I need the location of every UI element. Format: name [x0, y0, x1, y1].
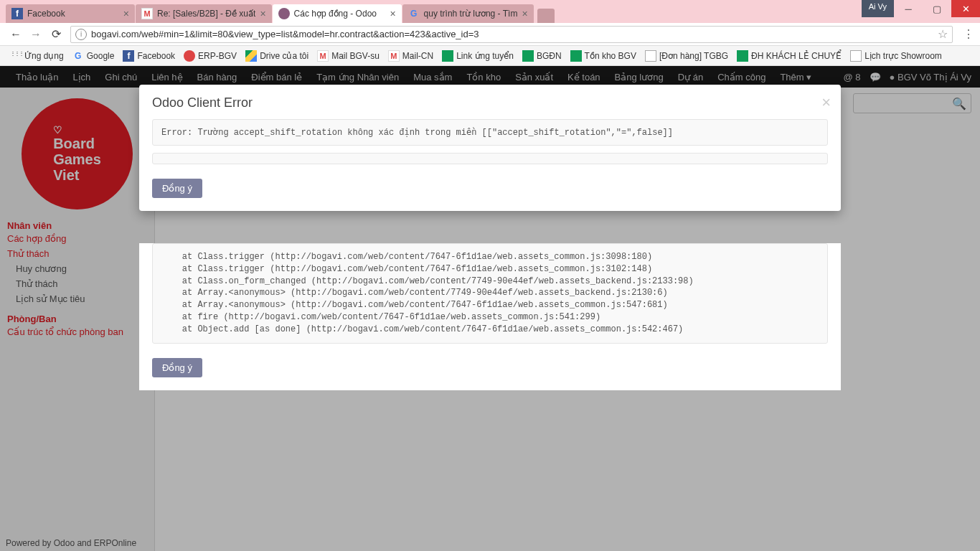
bookmarks-bar: ⋮⋮⋮Ứng dụngGGooglefFacebookERP-BGVDrive … [0, 46, 980, 66]
modal-header: Odoo Client Error × [139, 85, 841, 119]
tab-title: quy trình trừ lương - Tìm [424, 9, 518, 19]
bookmark-label: [Đơn hàng] TGBG [659, 51, 728, 61]
bookmark-item[interactable]: Link ứng tuyển [438, 50, 518, 62]
fb-icon: f [123, 50, 134, 62]
tab-title: Các hợp đồng - Odoo [294, 9, 386, 19]
trace-footer: Đồng ý [152, 344, 828, 377]
bookmark-item[interactable]: MMail-CN [384, 50, 438, 62]
window-controls: Ai Vy ─ ▢ ✕ [862, 0, 980, 17]
tab-close-icon[interactable]: × [260, 8, 265, 19]
bookmark-item[interactable]: MMail BGV-su [313, 50, 384, 62]
sheet-icon [442, 50, 453, 62]
gm-icon: M [317, 50, 329, 62]
reload-button[interactable]: ⟳ [47, 26, 65, 43]
drive-icon [245, 50, 257, 62]
bookmark-label: Ứng dụng [24, 51, 64, 61]
tab-close-icon[interactable]: × [123, 8, 129, 19]
bookmark-label: Mail BGV-su [331, 51, 380, 61]
chrome-user-badge[interactable]: Ai Vy [862, 0, 894, 17]
bookmark-label: ERP-BGV [198, 51, 237, 61]
bookmark-label: Lịch trực Showroom [864, 51, 942, 61]
browser-tab[interactable]: Gquy trình trừ lương - Tìm× [402, 4, 534, 23]
address-bar: ← → ⟳ i bogavi.com/web#min=1&limit=80&vi… [0, 23, 980, 46]
bookmark-label: BGĐN [537, 51, 562, 61]
browser-tab-strip: fFacebook×MRe: [Sales/B2B] - Đề xuất×Các… [0, 0, 980, 23]
forward-button: → [27, 26, 44, 43]
site-info-icon[interactable]: i [75, 29, 87, 40]
agree-button[interactable]: Đồng ý [152, 179, 202, 198]
bookmark-item[interactable]: fFacebook [118, 50, 179, 62]
minimize-button[interactable]: ─ [894, 0, 923, 17]
chrome-menu-icon[interactable]: ⋮ [963, 27, 974, 41]
browser-tab[interactable]: Các hợp đồng - Odoo× [273, 4, 402, 23]
apps-icon: ⋮⋮⋮ [10, 50, 22, 62]
odoo-icon [278, 8, 290, 19]
bookmark-item[interactable]: ⋮⋮⋮Ứng dụng [6, 50, 68, 62]
stack-trace-text: at Class.trigger (http://bogavi.com/web/… [152, 243, 828, 344]
bookmark-item[interactable]: Lịch trực Showroom [846, 50, 946, 62]
stack-trace-panel: at Class.trigger (http://bogavi.com/web/… [139, 243, 841, 390]
gm-icon: M [388, 50, 400, 62]
tab-title: Re: [Sales/B2B] - Đề xuất [157, 9, 255, 19]
browser-tab[interactable]: MRe: [Sales/B2B] - Đề xuất× [136, 4, 272, 23]
bookmark-item[interactable]: GGoogle [68, 50, 119, 62]
bookmark-item[interactable]: ĐH KHÁCH LẺ CHUYỂ [732, 50, 846, 62]
bookmark-item[interactable]: BGĐN [518, 50, 566, 62]
tab-title: Facebook [27, 9, 119, 19]
bookmark-label: Drive của tôi [260, 51, 308, 61]
g-icon: G [408, 8, 420, 19]
bookmark-star-icon[interactable]: ☆ [938, 27, 948, 41]
sheet-icon [570, 50, 582, 62]
fb-icon: f [11, 8, 23, 19]
g-icon: G [72, 50, 84, 62]
sheet-icon [737, 50, 748, 62]
modal-close-button[interactable]: × [821, 93, 831, 112]
url-field[interactable]: i bogavi.com/web#min=1&limit=80&view_typ… [70, 26, 953, 43]
new-tab-button[interactable] [537, 9, 555, 23]
error-message-box: Error: Trường accept_shift_rotation khôn… [152, 119, 828, 146]
erp-icon [184, 50, 195, 62]
gm-icon: M [141, 8, 153, 19]
modal-title: Odoo Client Error [152, 95, 828, 110]
bookmark-label: Tồn kho BGV [585, 51, 636, 61]
bookmark-item[interactable]: ERP-BGV [179, 50, 241, 62]
back-button[interactable]: ← [7, 26, 24, 43]
bookmark-label: Link ứng tuyển [456, 51, 514, 61]
bookmark-label: ĐH KHÁCH LẺ CHUYỂ [751, 51, 842, 61]
error-modal: Odoo Client Error × Error: Trường accept… [139, 85, 841, 211]
sheet-icon [522, 50, 534, 62]
browser-tab[interactable]: fFacebook× [6, 4, 135, 23]
bookmark-label: Google [87, 51, 115, 61]
tab-close-icon[interactable]: × [390, 8, 395, 19]
url-text: bogavi.com/web#min=1&limit=80&view_type=… [91, 29, 938, 39]
agree-button-2[interactable]: Đồng ý [152, 358, 202, 377]
tab-close-icon[interactable]: × [522, 8, 527, 19]
bookmark-item[interactable]: Tồn kho BGV [566, 50, 641, 62]
bookmark-item[interactable]: [Đơn hàng] TGBG [641, 50, 732, 62]
error-detail-box [152, 153, 828, 164]
close-window-button[interactable]: ✕ [951, 0, 980, 17]
bookmark-item[interactable]: Drive của tôi [241, 50, 313, 62]
modal-body: Error: Trường accept_shift_rotation khôn… [139, 119, 841, 211]
doc-icon [850, 50, 862, 62]
tabs-container: fFacebook×MRe: [Sales/B2B] - Đề xuất×Các… [0, 0, 555, 23]
bookmark-label: Facebook [137, 51, 175, 61]
bookmark-label: Mail-CN [402, 51, 433, 61]
doc-icon [645, 50, 656, 62]
maximize-button[interactable]: ▢ [923, 0, 951, 17]
